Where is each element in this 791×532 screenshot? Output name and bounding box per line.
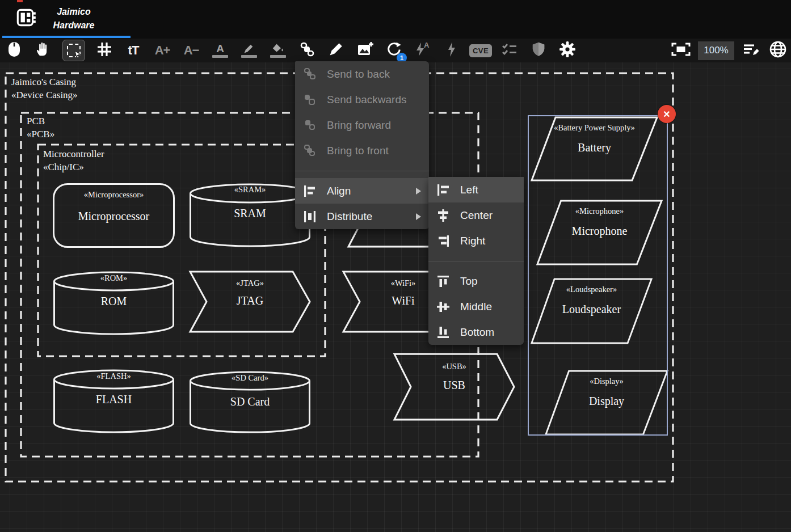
- fill-color-bucket-icon: [270, 43, 286, 58]
- checklist-button[interactable]: [500, 41, 519, 60]
- node-flash[interactable]: «FLASH» FLASH: [53, 369, 175, 434]
- gear-icon: [559, 41, 576, 60]
- pointer-tool-button[interactable]: [5, 41, 24, 60]
- menu-item-bring-forward: Bring forward: [295, 112, 429, 138]
- font-decrease-icon: A−: [184, 43, 199, 58]
- submenu-item-align-middle[interactable]: Middle: [428, 294, 524, 319]
- align-bottom-icon: [436, 326, 450, 339]
- boundary-mcu-label: Microcontroller «Chip/IC»: [43, 147, 104, 174]
- align-top-icon: [436, 275, 450, 288]
- node-sram[interactable]: «SRAM» SRAM: [189, 183, 311, 248]
- checklist-icon: [501, 41, 518, 60]
- cve-icon: CVE: [469, 44, 492, 57]
- distribute-icon: [303, 210, 317, 223]
- font-size-button[interactable]: tT: [124, 41, 143, 60]
- submenu-arrow-icon: [416, 213, 421, 220]
- arrange-layers-button[interactable]: [297, 41, 317, 60]
- tab-title[interactable]: Jaimico Hardware: [34, 5, 113, 32]
- submenu-item-align-right[interactable]: Right: [428, 228, 524, 254]
- add-image-icon: [356, 41, 373, 60]
- align-submenu: Left Center Right Top Middle Bottom: [428, 177, 524, 345]
- top-bar: Jaimico Hardware: [0, 0, 791, 39]
- stroke-color-button[interactable]: [239, 41, 259, 60]
- lightning-icon: [444, 41, 459, 60]
- submenu-item-align-top[interactable]: Top: [428, 268, 524, 294]
- boundary-device-casing-label: Jaimico's Casing «Device Casing»: [11, 75, 78, 102]
- menu-item-send-to-back: Send to back: [295, 61, 429, 87]
- submenu-item-align-center[interactable]: Center: [428, 202, 524, 228]
- shield-button[interactable]: [529, 41, 548, 60]
- toolbar-right-group: 100%: [671, 41, 788, 60]
- report-edit-button[interactable]: [742, 41, 761, 60]
- font-color-icon: A: [212, 44, 228, 58]
- report-edit-icon: [742, 41, 760, 60]
- stroke-color-pencil-icon: [241, 43, 257, 58]
- align-right-icon: [436, 234, 450, 248]
- tab-title-line2: Hardware: [34, 19, 113, 32]
- menu-item-send-backwards: Send backwards: [295, 87, 429, 112]
- threat-button[interactable]: [442, 41, 461, 60]
- boundary-pcb-label: PCB «PCB»: [27, 115, 54, 141]
- submenu-arrow-icon: [416, 188, 421, 195]
- threat-suggest-button[interactable]: A: [413, 41, 432, 60]
- align-icon: [303, 184, 317, 198]
- zoom-level[interactable]: 100%: [698, 41, 734, 60]
- grid-icon: [96, 41, 113, 60]
- menu-item-bring-to-front: Bring to front: [295, 138, 429, 163]
- edit-button[interactable]: [326, 41, 346, 60]
- selection-box: [528, 115, 668, 436]
- node-jtag[interactable]: «JTAG» JTAG: [189, 271, 311, 333]
- send-to-back-icon: [303, 67, 317, 81]
- node-sdcard[interactable]: «SD Card» SD Card: [189, 370, 311, 434]
- submenu-separator: [428, 254, 524, 268]
- menu-item-align[interactable]: Align: [295, 178, 429, 204]
- add-image-button[interactable]: [355, 41, 375, 60]
- shield-icon: [531, 41, 546, 60]
- bring-to-front-icon: [303, 144, 317, 158]
- fill-color-button[interactable]: [268, 41, 288, 60]
- edit-pencil-icon: [328, 41, 344, 60]
- font-increase-icon: A+: [155, 43, 170, 58]
- arrange-layers-icon: [298, 41, 315, 60]
- svg-text:A: A: [424, 41, 430, 49]
- hand-icon: [35, 41, 52, 60]
- node-rom[interactable]: «ROM» ROM: [53, 271, 175, 336]
- redo-button[interactable]: 1: [384, 41, 403, 60]
- font-increase-button[interactable]: A+: [153, 41, 172, 60]
- marquee-select-tool-button[interactable]: [62, 40, 85, 61]
- pan-tool-button[interactable]: [33, 41, 53, 60]
- align-middle-icon: [436, 300, 450, 314]
- grid-toggle-button[interactable]: [95, 41, 114, 60]
- fit-view-button[interactable]: [671, 41, 691, 60]
- node-usb[interactable]: «USB» USB: [393, 353, 515, 421]
- marquee-select-icon: [67, 44, 81, 57]
- mouse-pointer-icon: [7, 41, 21, 60]
- lightning-a-icon: A: [414, 41, 431, 60]
- cve-button[interactable]: CVE: [471, 41, 490, 60]
- bring-forward-icon: [303, 119, 317, 132]
- font-color-button[interactable]: A: [211, 41, 230, 60]
- font-size-icon: tT: [128, 43, 139, 58]
- fit-view-icon: [671, 41, 691, 60]
- submenu-item-align-left[interactable]: Left: [428, 177, 524, 202]
- close-icon: ✕: [663, 109, 670, 120]
- submenu-item-align-bottom[interactable]: Bottom: [428, 319, 524, 345]
- active-tab-underline: [2, 36, 131, 38]
- settings-button[interactable]: [558, 41, 577, 60]
- node-microprocessor[interactable]: «Microprocessor» Microprocessor: [53, 183, 175, 248]
- context-menu: Send to back Send backwards Bring forwar…: [295, 61, 429, 229]
- globe-icon: [769, 40, 787, 61]
- tab-title-line1: Jaimico: [34, 5, 113, 19]
- send-backwards-icon: [303, 93, 317, 107]
- menu-separator: [295, 163, 429, 178]
- menu-item-distribute[interactable]: Distribute: [295, 204, 429, 229]
- align-center-icon: [436, 209, 450, 222]
- font-decrease-button[interactable]: A−: [182, 41, 201, 60]
- delete-selection-button[interactable]: ✕: [658, 105, 676, 123]
- notification-dot: [17, 0, 23, 2]
- globe-button[interactable]: [768, 41, 788, 60]
- align-left-icon: [436, 183, 450, 197]
